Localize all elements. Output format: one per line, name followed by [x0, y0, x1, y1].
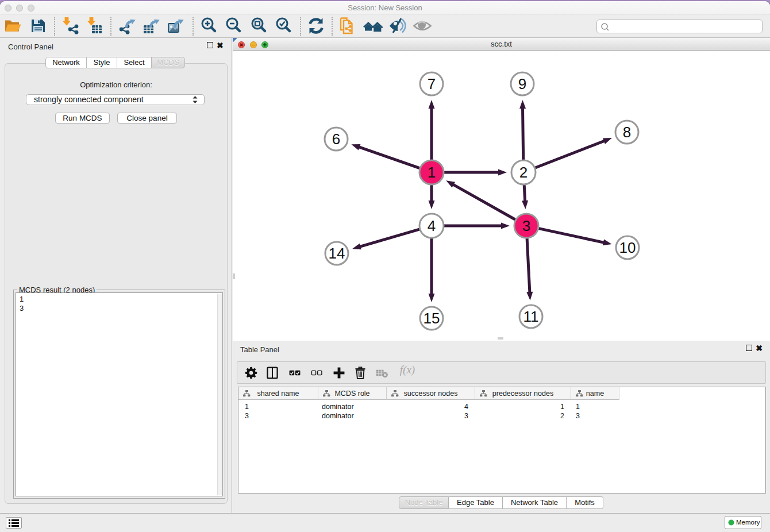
svg-text:10: 10: [619, 239, 636, 256]
svg-text:11: 11: [523, 308, 539, 325]
svg-text:14: 14: [329, 245, 345, 262]
svg-text:8: 8: [623, 124, 631, 141]
svg-text:9: 9: [518, 75, 526, 92]
svg-text:2: 2: [519, 164, 528, 181]
svg-text:6: 6: [332, 130, 340, 148]
svg-text:7: 7: [428, 75, 436, 92]
svg-text:1: 1: [428, 164, 436, 181]
svg-text:4: 4: [428, 217, 436, 234]
svg-text:3: 3: [522, 217, 530, 234]
svg-text:15: 15: [424, 310, 440, 327]
